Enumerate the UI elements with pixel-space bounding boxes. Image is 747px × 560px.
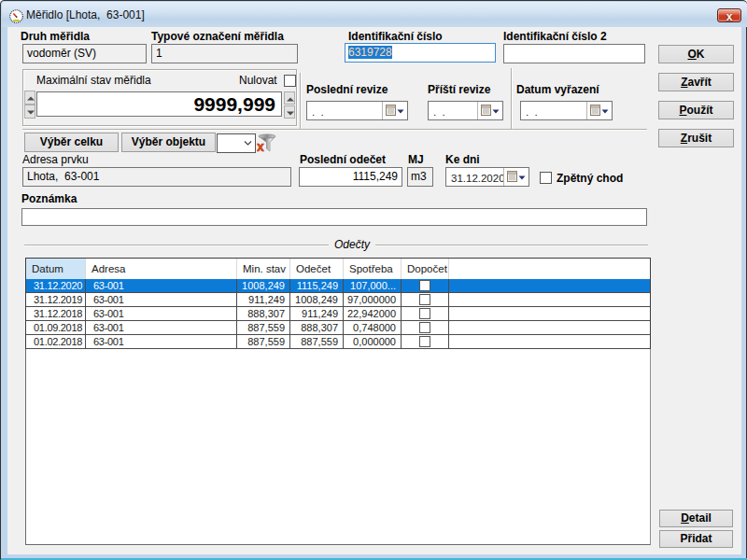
- svg-text:x: x: [257, 139, 264, 153]
